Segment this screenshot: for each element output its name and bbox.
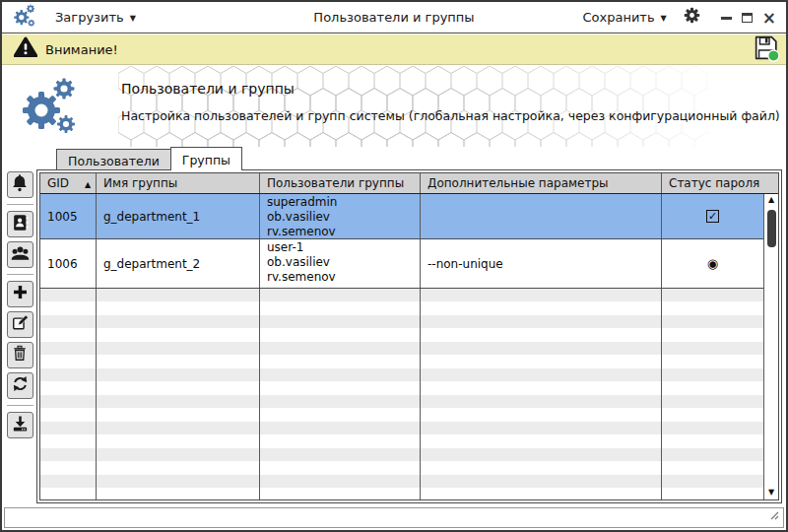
tab-users[interactable]: Пользователи <box>56 149 170 170</box>
column-header-group-name[interactable]: Имя группы <box>97 173 260 193</box>
app-window: Пользователи и группы <box>0 0 788 532</box>
checkbox-checked-icon[interactable]: ✓ <box>706 210 719 223</box>
column-divider <box>661 289 662 499</box>
page-subtitle: Настройка пользователей и групп системы … <box>121 108 780 123</box>
tab-bar: Пользователи Группы <box>56 147 242 170</box>
plus-icon <box>11 283 30 305</box>
column-header-additional-params[interactable]: Дополнительные параметры <box>421 173 662 193</box>
maximize-icon[interactable] <box>742 13 753 23</box>
groups-table: GID▲ Имя группы Пользователи группы Допо… <box>39 172 779 500</box>
save-button-label: Сохранить <box>582 10 654 25</box>
app-gears-logo-large-icon <box>18 76 81 141</box>
sort-asc-icon: ▲ <box>85 180 91 189</box>
scroll-down-icon[interactable]: ▼ <box>768 487 774 499</box>
user-groups-button[interactable] <box>7 241 33 268</box>
table-row[interactable]: 1006 g_department_2 user-1 ob.vasiliev r… <box>40 239 778 289</box>
column-divider <box>420 289 421 499</box>
toolbar-separator <box>7 204 33 205</box>
add-group-button[interactable] <box>7 281 33 307</box>
settings-gear-icon[interactable] <box>684 7 700 28</box>
scrollbar-thumb[interactable] <box>767 210 776 247</box>
refresh-icon <box>11 374 30 397</box>
address-book-icon <box>11 213 30 236</box>
address-book-button[interactable] <box>7 211 33 237</box>
check-glyph: ✓ <box>708 210 717 223</box>
close-icon[interactable]: × <box>762 11 776 25</box>
save-dropdown-button[interactable]: Сохранить ▼ <box>582 10 666 25</box>
warning-bar: Внимание! <box>2 34 786 65</box>
cell-gid: 1005 <box>40 194 97 238</box>
page-header: Пользователи и группы Настройка пользова… <box>2 66 786 147</box>
load-button-label: Загрузить <box>55 10 124 25</box>
column-header-gid[interactable]: GID▲ <box>40 173 97 193</box>
titlebar: Пользователи и группы <box>2 2 786 33</box>
table-header-row: GID▲ Имя группы Пользователи группы Допо… <box>40 173 778 194</box>
toolbar-separator <box>7 274 33 275</box>
column-header-password-status[interactable]: Статус пароля <box>662 173 778 193</box>
cell-additional-params <box>421 194 662 238</box>
scroll-up-icon[interactable]: ▲ <box>768 194 774 207</box>
load-dropdown-button[interactable]: Загрузить ▼ <box>55 10 136 25</box>
cell-gid: 1006 <box>40 239 97 288</box>
table-row[interactable]: 1005 g_department_1 superadmin ob.vasili… <box>40 194 778 239</box>
edit-pencil-icon <box>11 313 30 336</box>
cell-group-name: g_department_1 <box>97 194 260 238</box>
column-divider <box>259 289 260 499</box>
vertical-scrollbar[interactable]: ▲ ▼ <box>763 194 778 499</box>
download-icon <box>11 414 30 436</box>
resize-grip-icon[interactable] <box>768 505 779 524</box>
chevron-down-icon: ▼ <box>130 12 136 23</box>
edit-group-button[interactable] <box>7 311 33 338</box>
warning-message: Внимание! <box>45 42 118 57</box>
save-config-floppy-icon[interactable] <box>753 33 780 66</box>
cell-group-users: user-1 ob.vasiliev rv.semenov <box>260 239 421 288</box>
empty-rows-area <box>40 289 778 499</box>
status-bar <box>4 507 784 528</box>
column-header-gid-label: GID <box>47 176 69 190</box>
hexagon-pattern-background <box>118 66 709 147</box>
tab-groups[interactable]: Группы <box>170 147 242 170</box>
notifications-button[interactable] <box>7 171 33 198</box>
page-title: Пользователи и группы <box>121 81 295 97</box>
side-toolbar <box>6 171 33 442</box>
download-button[interactable] <box>7 412 33 438</box>
radio-on-icon[interactable]: ◉ <box>707 256 718 271</box>
chevron-down-icon: ▼ <box>661 12 667 23</box>
delete-group-button[interactable] <box>7 342 33 368</box>
cell-password-status: ✓ <box>662 194 778 238</box>
cell-password-status: ◉ <box>662 239 778 288</box>
user-group-icon <box>10 243 31 267</box>
trash-icon <box>11 344 29 366</box>
column-header-group-users[interactable]: Пользователи группы <box>260 173 421 193</box>
column-divider <box>96 289 97 499</box>
cell-additional-params: --non-unique <box>421 239 662 288</box>
warning-triangle-icon <box>14 36 37 62</box>
minimize-icon[interactable] <box>721 17 732 20</box>
cell-group-users: superadmin ob.vasiliev rv.semenov <box>260 194 421 238</box>
toolbar-separator <box>7 405 33 406</box>
bell-icon <box>10 173 30 197</box>
refresh-button[interactable] <box>7 372 33 399</box>
cell-group-name: g_department_2 <box>97 239 260 288</box>
app-gears-logo-icon <box>12 4 37 32</box>
groups-table-container: GID▲ Имя группы Пользователи группы Допо… <box>36 169 782 503</box>
